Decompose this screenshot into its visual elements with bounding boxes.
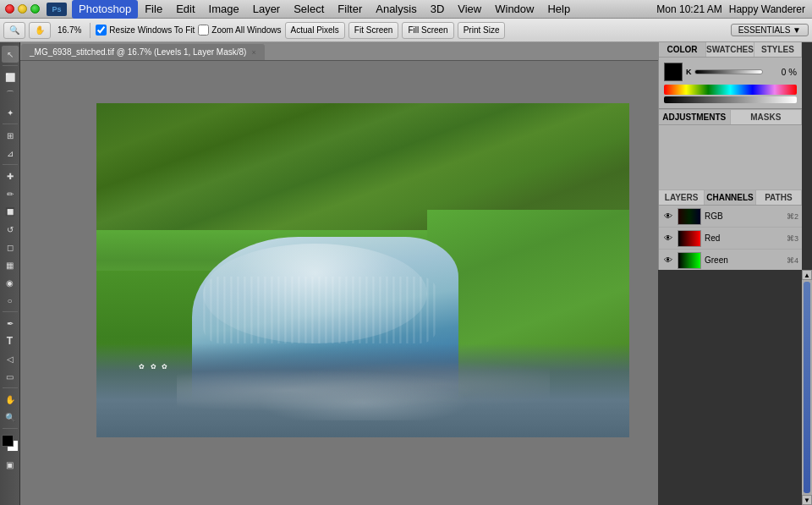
layers-tab[interactable]: LAYERS	[659, 190, 705, 205]
color-tab-bar: COLOR SWATCHES STYLES	[659, 42, 802, 58]
text-tool[interactable]: T	[2, 332, 19, 349]
channel-key-red: ⌘3	[787, 234, 798, 243]
menu-window[interactable]: Window	[488, 0, 540, 19]
menu-select[interactable]: Select	[287, 0, 331, 19]
channel-row-red[interactable]: 👁 Red ⌘3	[659, 228, 802, 250]
vertical-scrollbar[interactable]: ▲ ▼	[802, 270, 812, 505]
menu-analysis[interactable]: Analysis	[369, 0, 423, 19]
paths-tab[interactable]: PATHS	[756, 190, 802, 205]
stamp-tool[interactable]: 🔲	[2, 203, 19, 220]
resize-windows-input[interactable]	[96, 25, 107, 36]
menu-photoshop[interactable]: Photoshop	[72, 0, 138, 19]
right-section: COLOR SWATCHES STYLES K 0 %	[658, 42, 812, 505]
fill-screen-btn[interactable]: Fill Screen	[402, 22, 453, 39]
tool-separator	[3, 65, 18, 66]
move-tool[interactable]: ↖	[2, 46, 19, 63]
crop-tool[interactable]: ⊞	[2, 127, 19, 144]
masks-tab[interactable]: MASKS	[731, 110, 803, 124]
channels-tab-bar: LAYERS CHANNELS PATHS	[659, 189, 802, 206]
minimize-button[interactable]	[18, 4, 27, 14]
zoom-all-checkbox[interactable]: Zoom All Windows	[198, 25, 281, 36]
menu-edit[interactable]: Edit	[169, 0, 201, 19]
menu-items: Photoshop File Edit Image Layer Select F…	[72, 0, 577, 19]
marquee-tool[interactable]: ⬜	[2, 69, 19, 85]
adjustments-tab[interactable]: ADJUSTMENTS	[659, 110, 731, 124]
brush-tool[interactable]: ✏	[2, 185, 19, 202]
channel-name-red: Red	[705, 233, 783, 243]
tool-separator-4	[3, 311, 18, 312]
zoom-tool-btn[interactable]: 🔍	[3, 22, 25, 39]
menu-file[interactable]: File	[138, 0, 169, 19]
right-panel: COLOR SWATCHES STYLES K 0 %	[658, 42, 802, 270]
k-slider-container: K 0 %	[686, 67, 797, 77]
main-area: ↖ ⬜ ⌒ ✦ ⊞ ⊿ ✚ ✏ 🔲 ↺ ◻ ▦ ◉ ○ ✒ T ◁ ▭ ✋ 🔍 …	[0, 42, 812, 505]
tool-separator-2	[3, 124, 18, 124]
menu-3d[interactable]: 3D	[424, 0, 452, 19]
maximize-button[interactable]	[30, 4, 40, 14]
close-button[interactable]	[5, 4, 14, 14]
eyedropper-tool[interactable]: ⊿	[2, 145, 19, 162]
screen-mode[interactable]: ▣	[2, 456, 19, 473]
fit-screen-btn[interactable]: Fit Screen	[348, 22, 399, 39]
scroll-thumb[interactable]	[804, 282, 810, 493]
essentials-area: ESSENTIALS ▼	[731, 24, 809, 36]
k-label: K	[686, 68, 692, 76]
tool-separator-6	[3, 428, 18, 429]
pebbles	[177, 360, 550, 420]
essentials-btn[interactable]: ESSENTIALS ▼	[731, 24, 809, 36]
lasso-tool[interactable]: ⌒	[2, 86, 19, 103]
path-select[interactable]: ◁	[2, 350, 19, 367]
zoom-tool[interactable]: 🔍	[2, 409, 19, 425]
visibility-icon-green[interactable]: 👁	[662, 255, 674, 266]
channels-tab[interactable]: CHANNELS	[705, 190, 756, 205]
foreground-swatch[interactable]	[664, 63, 683, 81]
channel-row-green[interactable]: 👁 Green ⌘4	[659, 250, 802, 270]
foreground-color[interactable]	[2, 435, 14, 447]
resize-windows-checkbox[interactable]: Resize Windows To Fit	[96, 25, 195, 36]
heal-tool[interactable]: ✚	[2, 167, 19, 184]
tab-close-btn[interactable]: ×	[251, 48, 255, 57]
k-pct: %	[788, 67, 797, 77]
visibility-icon-red[interactable]: 👁	[662, 233, 674, 244]
document-tabs: _MG_6938_stitched.tif @ 16.7% (Levels 1,…	[20, 42, 658, 61]
pen-tool[interactable]: ✒	[2, 315, 19, 332]
gradient-tool[interactable]: ▦	[2, 256, 19, 273]
hand-tool[interactable]: ✋	[2, 391, 19, 408]
menu-help[interactable]: Help	[540, 0, 577, 19]
document-tab[interactable]: _MG_6938_stitched.tif @ 16.7% (Levels 1,…	[20, 43, 266, 60]
water-shimmer	[203, 277, 437, 343]
menu-layer[interactable]: Layer	[246, 0, 288, 19]
screen-mode-btn[interactable]: ▣	[2, 456, 19, 473]
visibility-icon-rgb[interactable]: 👁	[662, 211, 674, 222]
actual-pixels-btn[interactable]: Actual Pixels	[285, 22, 345, 39]
print-size-btn[interactable]: Print Size	[458, 22, 506, 39]
zoom-all-input[interactable]	[198, 25, 209, 36]
canvas-scroll-area[interactable]: ✿ ✿ ✿	[20, 61, 658, 505]
hand-tool-btn[interactable]: ✋	[29, 22, 51, 39]
black-slider[interactable]	[664, 96, 797, 103]
color-tab[interactable]: COLOR	[659, 42, 706, 57]
flowers: ✿ ✿ ✿	[139, 363, 168, 371]
blur-tool[interactable]: ◉	[2, 274, 19, 291]
magic-wand-tool[interactable]: ✦	[2, 104, 19, 121]
styles-tab[interactable]: STYLES	[754, 42, 802, 57]
menu-image[interactable]: Image	[202, 0, 246, 19]
swatches-tab[interactable]: SWATCHES	[706, 42, 754, 57]
history-brush[interactable]: ↺	[2, 221, 19, 238]
menu-filter[interactable]: Filter	[331, 0, 369, 19]
dodge-tool[interactable]: ○	[2, 292, 19, 309]
separator	[90, 23, 91, 38]
k-slider[interactable]	[694, 69, 764, 74]
color-swatches[interactable]	[2, 435, 19, 452]
scroll-up-arrow[interactable]: ▲	[802, 270, 812, 280]
scroll-down-arrow[interactable]: ▼	[802, 495, 812, 505]
eraser-tool[interactable]: ◻	[2, 239, 19, 255]
shape-tool[interactable]: ▭	[2, 368, 19, 385]
color-swatches-row: K 0 %	[664, 63, 797, 81]
color-spectrum[interactable]	[664, 85, 797, 95]
menu-view[interactable]: View	[451, 0, 488, 19]
canvas-area: _MG_6938_stitched.tif @ 16.7% (Levels 1,…	[20, 42, 658, 505]
channel-row-rgb[interactable]: 👁 RGB ⌘2	[659, 206, 802, 228]
channel-key-rgb: ⌘2	[787, 212, 798, 221]
window-controls: Ps	[0, 3, 72, 16]
